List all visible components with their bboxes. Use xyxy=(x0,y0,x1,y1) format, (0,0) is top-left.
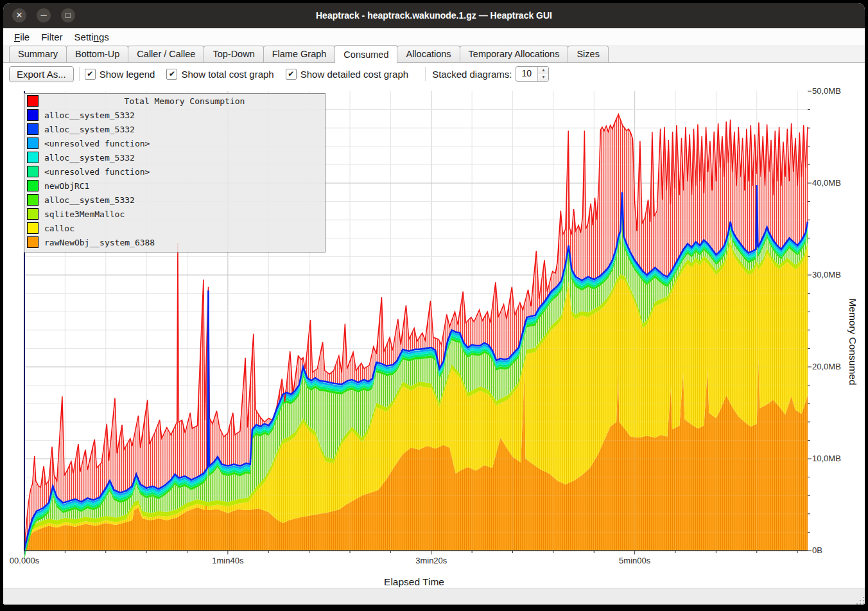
export-as-button[interactable]: Export As... xyxy=(9,66,74,82)
legend-row[interactable]: <unresolved function> xyxy=(24,164,325,179)
x-tick-label: 3min20s xyxy=(415,556,447,565)
legend-swatch xyxy=(27,123,39,135)
x-tick-label: 00.000s xyxy=(10,556,39,565)
x-tick-label: 5min00s xyxy=(619,556,650,565)
titlebar[interactable]: ✕─□ Heaptrack - heaptrack.wakunode.1.gz … xyxy=(3,3,865,28)
legend-label: calloc xyxy=(44,224,74,233)
legend-row[interactable]: alloc__system_5332 xyxy=(24,108,325,122)
legend-row[interactable]: Total Memory Consumption xyxy=(24,94,325,108)
legend-row[interactable]: newObjRC1 xyxy=(24,179,325,193)
legend-label: newObjRC1 xyxy=(44,181,89,191)
spinner-buttons: ▲ ▼ xyxy=(537,67,548,81)
legend-label: alloc__system_5332 xyxy=(44,111,135,120)
legend-row[interactable]: sqlite3MemMalloc xyxy=(24,207,325,221)
menu-file[interactable]: File xyxy=(8,30,35,44)
checkbox-label: Show total cost graph xyxy=(181,69,273,80)
toolbar: Export As... ✔Show legend✔Show total cos… xyxy=(3,63,865,85)
x-axis-title: Elapsed Time xyxy=(384,576,444,588)
checkbox-label: Show legend xyxy=(100,69,155,80)
legend-swatch xyxy=(27,208,39,220)
legend-row[interactable]: alloc__system_5332 xyxy=(24,150,325,164)
checkbox-label: Show detailed cost graph xyxy=(300,69,408,80)
tab-sizes[interactable]: Sizes xyxy=(568,46,608,62)
minimize-button[interactable]: ─ xyxy=(37,8,51,22)
legend-label: <unresolved function> xyxy=(44,139,150,148)
chart-legend[interactable]: Total Memory Consumptionalloc__system_53… xyxy=(24,93,326,252)
stacked-diagrams-value[interactable]: 10 xyxy=(516,67,537,81)
legend-swatch xyxy=(27,180,39,191)
resize-grip[interactable] xyxy=(860,600,861,601)
menubar: FileFilterSettings xyxy=(3,28,865,45)
y-tick-label: 0B xyxy=(812,545,822,555)
close-icon: ✕ xyxy=(16,10,23,20)
legend-row[interactable]: alloc__system_5332 xyxy=(24,193,325,207)
legend-swatch xyxy=(27,109,39,121)
legend-label: rawNewObj__system_6388 xyxy=(44,238,155,247)
legend-label: alloc__system_5332 xyxy=(44,125,135,134)
close-button[interactable]: ✕ xyxy=(12,8,26,22)
y-tick-label: 20,0MB xyxy=(812,362,841,371)
legend-swatch xyxy=(27,137,39,149)
menu-settings[interactable]: Settings xyxy=(69,30,115,44)
y-axis-title: Memory Consumed xyxy=(847,298,858,385)
legend-swatch xyxy=(27,236,39,248)
checkbox-show-detailed-cost-graph[interactable]: ✔Show detailed cost graph xyxy=(286,69,408,80)
legend-swatch xyxy=(27,166,39,177)
legend-row[interactable]: calloc xyxy=(24,221,325,235)
y-tick-label: 40,0MB xyxy=(812,178,841,188)
y-tick-label: 30,0MB xyxy=(812,270,841,279)
legend-swatch xyxy=(27,152,39,163)
legend-swatch xyxy=(27,95,39,107)
checkbox-icon: ✔ xyxy=(85,69,96,80)
legend-label: <unresolved function> xyxy=(44,167,150,177)
chart-area: Total Memory Consumptionalloc__system_53… xyxy=(3,85,865,589)
tab-flame-graph[interactable]: Flame Graph xyxy=(263,46,336,62)
minimize-icon: ─ xyxy=(40,10,46,20)
tab-consumed[interactable]: Consumed xyxy=(334,45,397,63)
spin-down-button[interactable]: ▼ xyxy=(538,74,548,81)
stacked-diagrams-spinbox[interactable]: 10 ▲ ▼ xyxy=(516,66,549,82)
legend-row[interactable]: <unresolved function> xyxy=(24,136,325,150)
app-window: ✕─□ Heaptrack - heaptrack.wakunode.1.gz … xyxy=(3,3,865,605)
checkbox-icon: ✔ xyxy=(286,69,297,80)
tab-temporary-allocations[interactable]: Temporary Allocations xyxy=(460,46,569,62)
maximize-icon: □ xyxy=(65,10,71,20)
checkbox-group: ✔Show legend✔Show total cost graph✔Show … xyxy=(85,69,420,80)
legend-row[interactable]: alloc__system_5332 xyxy=(24,122,325,136)
spin-up-button[interactable]: ▲ xyxy=(538,67,548,74)
toolbar-separator xyxy=(425,67,426,81)
legend-label: Total Memory Consumption xyxy=(44,96,325,106)
legend-swatch xyxy=(27,194,39,206)
maximize-button[interactable]: □ xyxy=(61,8,75,22)
tab-summary[interactable]: Summary xyxy=(9,46,67,62)
checkbox-show-legend[interactable]: ✔Show legend xyxy=(85,69,155,80)
window-title: Heaptrack - heaptrack.wakunode.1.gz — He… xyxy=(3,3,865,28)
toolbar-separator xyxy=(79,67,80,81)
y-tick-label: 10,0MB xyxy=(812,454,841,463)
stacked-diagrams-label: Stacked diagrams: xyxy=(432,69,512,80)
checkbox-show-total-cost-graph[interactable]: ✔Show total cost graph xyxy=(166,69,273,80)
legend-label: alloc__system_5332 xyxy=(44,195,135,205)
x-tick-label: 1min40s xyxy=(212,556,243,565)
legend-row[interactable]: rawNewObj__system_6388 xyxy=(24,235,325,249)
y-tick-label: 50,0MB xyxy=(812,86,841,96)
legend-swatch xyxy=(27,222,39,234)
statusbar xyxy=(3,589,865,605)
legend-label: alloc__system_5332 xyxy=(44,153,135,163)
tab-caller-callee[interactable]: Caller / Callee xyxy=(128,46,204,62)
tab-top-down[interactable]: Top-Down xyxy=(204,46,263,62)
tabbar: SummaryBottom-UpCaller / CalleeTop-DownF… xyxy=(3,45,865,63)
tab-allocations[interactable]: Allocations xyxy=(397,46,460,62)
legend-label: sqlite3MemMalloc xyxy=(44,209,125,219)
tab-bottom-up[interactable]: Bottom-Up xyxy=(66,46,128,62)
menu-filter[interactable]: Filter xyxy=(35,30,68,44)
checkbox-icon: ✔ xyxy=(166,69,177,80)
